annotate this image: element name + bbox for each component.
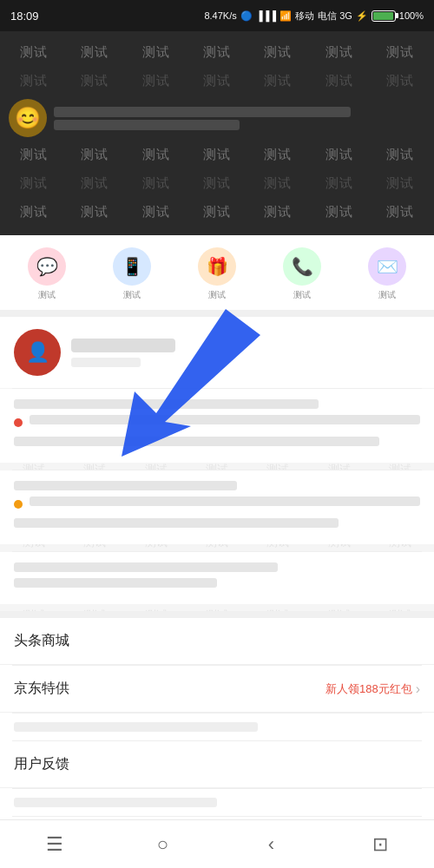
battery-fill: [373, 12, 393, 20]
profile-avatar: 👤: [14, 329, 61, 376]
wm-row-2: 测试 测试 测试 测试 测试 测试 测试: [0, 67, 434, 95]
wm-cell: 测试: [126, 200, 187, 225]
wm-cell: 测试: [64, 200, 125, 225]
main-content: 测试测试测试测试测试测试测试 测试测试测试测试测试测试测试 测试测试测试测试测试…: [0, 235, 434, 819]
carrier: 移动: [295, 10, 314, 23]
icon-circle-3: 🎁: [198, 247, 236, 286]
wifi-icon: 📶: [279, 10, 292, 22]
menu-divider-1: [12, 665, 422, 666]
bluetooth-icon: 🔵: [240, 10, 253, 22]
wm-cell: 测试: [64, 142, 125, 168]
menu-item-feedback[interactable]: 用户反馈: [0, 741, 434, 788]
carrier2: 电信 3G: [318, 10, 352, 23]
wm-cell: 测试: [3, 200, 64, 225]
bottom-nav: ☰ ○ ‹ ⊡: [0, 819, 434, 868]
section-divider-2: [0, 611, 434, 618]
menu-section: 头条商城 京东特供 新人领188元红包 › 用户反馈: [0, 618, 434, 819]
scroll-area: 测试 测试 测试 测试 测试 测试 测试 测试 测试 测试 测试 测试 测试 测…: [0, 31, 434, 819]
nav-btn-home[interactable]: ○: [108, 833, 217, 856]
status-right: 8.47K/s 🔵 ▐▐▐ 📶 移动 电信 3G ⚡ 100%: [204, 10, 424, 23]
wm-cell: 测试: [308, 200, 369, 225]
icon-item-1[interactable]: 💬 测试: [9, 247, 85, 301]
wm-cell: 测试: [64, 40, 125, 65]
feed-item-3: [0, 552, 434, 604]
wm-cell: 测试: [247, 171, 308, 196]
wm-cell: 测试: [3, 69, 64, 94]
red-dot: [14, 418, 23, 427]
icon-circle-5: ✉️: [368, 247, 406, 286]
wm-row-4: 测试 测试 测试 测试 测试 测试 测试: [0, 169, 434, 198]
wm-cell: 测试: [247, 40, 308, 65]
menu-icon: ☰: [46, 833, 63, 856]
wm-row-3: 测试 测试 测试 测试 测试 测试 测试: [0, 141, 434, 169]
blur-row-mid: [14, 722, 258, 732]
wm-cell: 测试: [126, 40, 187, 65]
wm-cell: 测试: [308, 69, 369, 94]
avatar: 😊: [9, 99, 47, 137]
profile-name-blur: [71, 339, 175, 352]
icon-label-3: 测试: [208, 289, 226, 301]
wm-cell: 测试: [3, 40, 64, 65]
wm-cell: 测试: [247, 69, 308, 94]
menu-item-toutiao-mall[interactable]: 头条商城: [0, 618, 434, 665]
status-bar: 18:09 8.47K/s 🔵 ▐▐▐ 📶 移动 电信 3G ⚡ 100%: [0, 0, 434, 31]
wm-cell: 测试: [247, 200, 308, 225]
wm-cell: 测试: [370, 200, 431, 225]
menu-item-jingdong[interactable]: 京东特供 新人领188元红包 ›: [0, 666, 434, 713]
icon-item-2[interactable]: 📱 测试: [94, 247, 170, 301]
status-left: 18:09: [10, 10, 39, 23]
wm-cell: 测试: [187, 200, 247, 225]
avatar-text: [54, 107, 425, 130]
icon-item-4[interactable]: 📞 测试: [264, 247, 340, 301]
blurred-row-between: [0, 713, 434, 740]
feed-row: [14, 399, 319, 409]
icon-item-5[interactable]: ✉️ 测试: [349, 247, 425, 301]
top-section: 测试 测试 测试 测试 测试 测试 测试 测试 测试 测试 测试 测试 测试 测…: [0, 31, 434, 235]
icon-circle-1: 💬: [28, 247, 66, 286]
profile-section[interactable]: 👤: [0, 317, 434, 388]
wm-cell: 测试: [126, 142, 187, 168]
back-icon: ‹: [268, 833, 274, 856]
icon-label-2: 测试: [123, 289, 141, 301]
home-icon: ○: [157, 833, 168, 856]
wm-cell: 测试: [308, 171, 369, 196]
wm-cell: 测试: [370, 142, 431, 168]
profile-sub-blur: [71, 358, 141, 367]
icon-circle-2: 📱: [113, 247, 151, 286]
signal-icon: ▐▐▐: [256, 10, 276, 21]
wm-cell: 测试: [187, 142, 247, 168]
blur-row-mid-2: [14, 798, 217, 807]
icon-label-4: 测试: [293, 289, 311, 301]
wm-cell: 测试: [187, 171, 247, 196]
feed-row-inline: [30, 415, 420, 424]
network-speed: 8.47K/s: [204, 10, 236, 21]
name-blur: [54, 107, 351, 117]
sub-blur: [54, 120, 240, 130]
nav-btn-back[interactable]: ‹: [217, 833, 326, 856]
menu-label-jingdong: 京东特供: [14, 680, 69, 698]
icon-item-3[interactable]: 🎁 测试: [179, 247, 255, 301]
feed-row: [14, 437, 379, 446]
feed-item-1: [0, 389, 434, 463]
icon-label-1: 测试: [38, 289, 56, 301]
menu-label-toutiao-mall: 头条商城: [14, 632, 69, 650]
menu-divider-3: [12, 740, 422, 741]
nav-btn-menu[interactable]: ☰: [0, 833, 108, 856]
icon-strip: 💬 测试 📱 测试 🎁 测试 📞 测试: [0, 235, 434, 310]
wm-cell: 测试: [64, 171, 125, 196]
icon-circle-4: 📞: [283, 247, 321, 286]
nav-btn-recent[interactable]: ⊡: [326, 833, 434, 856]
section-divider-1: [0, 310, 434, 317]
chevron-right-icon: ›: [416, 681, 420, 697]
avatar-row: 😊: [0, 95, 434, 141]
wm-cell: 测试: [3, 142, 64, 168]
time: 18:09: [10, 10, 39, 23]
wm-cell: 测试: [308, 142, 369, 168]
wm-row-5: 测试 测试 测试 测试 测试 测试 测试: [0, 198, 434, 227]
icon-label-5: 测试: [378, 289, 396, 301]
feed-row: [14, 481, 237, 490]
yellow-dot: [14, 500, 23, 509]
menu-label-feedback: 用户反馈: [14, 755, 69, 773]
jingdong-promo-text: 新人领188元红包: [326, 681, 412, 697]
wm-cell: 测试: [126, 69, 187, 94]
